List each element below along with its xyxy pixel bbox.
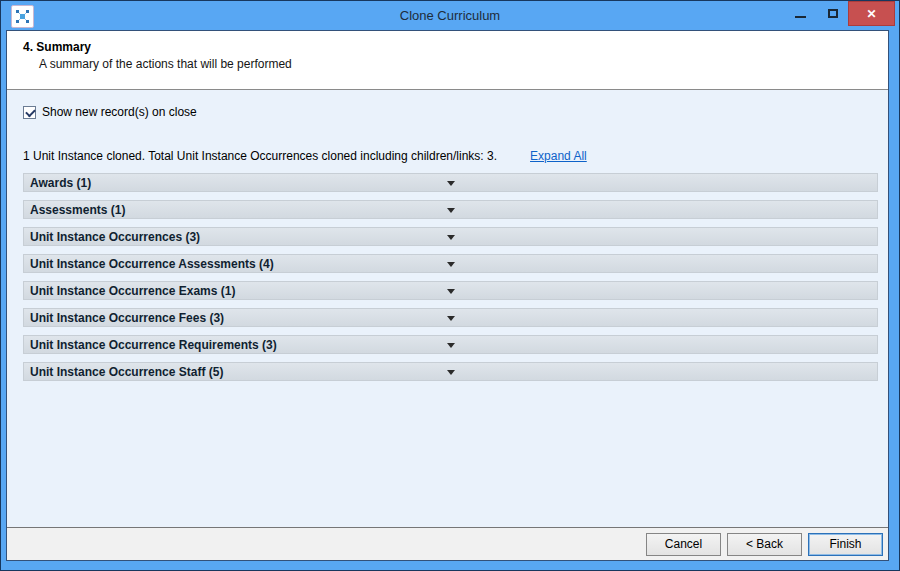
section-label: Assessments (1)	[30, 203, 125, 217]
step-subtitle: A summary of the actions that will be pe…	[39, 57, 888, 71]
maximize-icon	[828, 9, 838, 18]
wizard-client-area: 4. Summary A summary of the actions that…	[6, 30, 889, 561]
section-label: Unit Instance Occurrences (3)	[30, 230, 200, 244]
section-header-uio-exams[interactable]: Unit Instance Occurrence Exams (1)	[23, 281, 878, 300]
finish-button[interactable]: Finish	[808, 533, 883, 556]
chevron-down-icon	[447, 370, 455, 375]
section-header-uio-requirements[interactable]: Unit Instance Occurrence Requirements (3…	[23, 335, 878, 354]
chevron-down-icon	[447, 262, 455, 267]
chevron-down-icon	[447, 343, 455, 348]
wizard-footer: Cancel < Back Finish	[7, 527, 888, 560]
summary-text: 1 Unit Instance cloned. Total Unit Insta…	[23, 149, 497, 163]
section-header-assessments[interactable]: Assessments (1)	[23, 200, 878, 219]
minimize-icon	[795, 16, 806, 18]
chevron-down-icon	[447, 181, 455, 186]
window-title: Clone Curriculum	[1, 1, 899, 30]
show-new-records-checkbox[interactable]	[23, 106, 36, 119]
wizard-step-header: 4. Summary A summary of the actions that…	[7, 31, 888, 90]
expand-all-link[interactable]: Expand All	[530, 149, 587, 163]
section-header-uio-assessments[interactable]: Unit Instance Occurrence Assessments (4)	[23, 254, 878, 273]
section-label: Awards (1)	[30, 176, 91, 190]
section-label: Unit Instance Occurrence Exams (1)	[30, 284, 235, 298]
minimize-button[interactable]	[786, 1, 815, 26]
section-header-awards[interactable]: Awards (1)	[23, 173, 878, 192]
chevron-down-icon	[447, 289, 455, 294]
titlebar[interactable]: Clone Curriculum ✕	[1, 1, 899, 30]
show-records-option-row: Show new record(s) on close	[23, 105, 878, 119]
chevron-down-icon	[447, 235, 455, 240]
chevron-down-icon	[447, 316, 455, 321]
section-header-unit-instance-occurrences[interactable]: Unit Instance Occurrences (3)	[23, 227, 878, 246]
close-icon: ✕	[866, 8, 876, 20]
section-label: Unit Instance Occurrence Fees (3)	[30, 311, 224, 325]
clone-curriculum-window: Clone Curriculum ✕ 4. Summary A summary …	[0, 0, 900, 571]
step-title: 4. Summary	[23, 40, 888, 54]
cancel-button[interactable]: Cancel	[646, 533, 721, 556]
sections-list: Awards (1) Assessments (1) Unit Instance…	[23, 173, 878, 381]
summary-row: 1 Unit Instance cloned. Total Unit Insta…	[23, 149, 878, 163]
chevron-down-icon	[447, 208, 455, 213]
show-new-records-label[interactable]: Show new record(s) on close	[42, 105, 197, 119]
section-header-uio-fees[interactable]: Unit Instance Occurrence Fees (3)	[23, 308, 878, 327]
section-label: Unit Instance Occurrence Staff (5)	[30, 365, 223, 379]
section-header-uio-staff[interactable]: Unit Instance Occurrence Staff (5)	[23, 362, 878, 381]
section-label: Unit Instance Occurrence Requirements (3…	[30, 338, 277, 352]
close-button[interactable]: ✕	[848, 1, 895, 26]
back-button[interactable]: < Back	[727, 533, 802, 556]
maximize-button[interactable]	[818, 1, 847, 26]
section-label: Unit Instance Occurrence Assessments (4)	[30, 257, 274, 271]
summary-page-body: Show new record(s) on close 1 Unit Insta…	[7, 90, 888, 527]
